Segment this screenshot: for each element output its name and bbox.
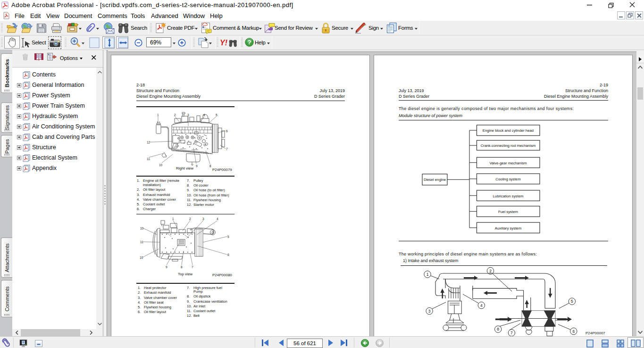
svg-text:7: 7: [192, 265, 193, 269]
svg-text:Diesel engine: Diesel engine: [424, 178, 446, 182]
svg-text:1: 1: [427, 272, 429, 277]
svg-text:Engine block and cylinder head: Engine block and cylinder head: [483, 128, 534, 133]
svg-text:6: 6: [226, 129, 228, 133]
svg-text:12: 12: [147, 141, 151, 144]
svg-text:3: 3: [428, 309, 431, 314]
svg-text:5: 5: [571, 299, 573, 304]
svg-text:6: 6: [227, 253, 229, 256]
svg-text:Cooling system: Cooling system: [495, 177, 520, 181]
svg-text:Y!: Y!: [220, 39, 228, 47]
svg-text:2: 2: [489, 269, 492, 273]
svg-text:?: ?: [248, 39, 251, 46]
svg-text:11: 11: [147, 157, 150, 161]
svg-text:Lubrication system: Lubrication system: [493, 194, 523, 198]
svg-text:8: 8: [209, 164, 211, 168]
svg-text:Crank-connecting rod mechanism: Crank-connecting rod mechanism: [481, 144, 536, 148]
svg-text:Valve-gear mechanism: Valve-gear mechanism: [489, 161, 527, 165]
svg-text:7: 7: [226, 147, 228, 151]
svg-text:3: 3: [187, 113, 189, 117]
svg-text:Fuel system: Fuel system: [498, 210, 518, 214]
svg-text:10: 10: [140, 227, 144, 230]
svg-text:9: 9: [196, 164, 198, 168]
svg-text:1: 1: [172, 217, 174, 221]
svg-text:10: 10: [159, 163, 163, 167]
svg-text:5: 5: [216, 113, 217, 117]
svg-text:4: 4: [217, 217, 218, 221]
svg-text:3: 3: [202, 217, 204, 221]
svg-text:11: 11: [140, 240, 143, 244]
svg-text:4: 4: [203, 113, 205, 117]
svg-text:2: 2: [174, 113, 176, 117]
svg-text:4: 4: [480, 303, 483, 308]
svg-text:7: 7: [510, 331, 513, 335]
svg-text:8: 8: [497, 327, 499, 331]
svg-text:Auxiliary system: Auxiliary system: [495, 226, 521, 230]
svg-text:6: 6: [572, 329, 575, 334]
svg-text:8: 8: [181, 265, 183, 269]
svg-text:9: 9: [166, 265, 167, 269]
svg-text:5: 5: [227, 235, 229, 238]
svg-text:1: 1: [157, 113, 159, 117]
svg-text:2: 2: [189, 217, 191, 221]
svg-text:10: 10: [140, 256, 143, 259]
